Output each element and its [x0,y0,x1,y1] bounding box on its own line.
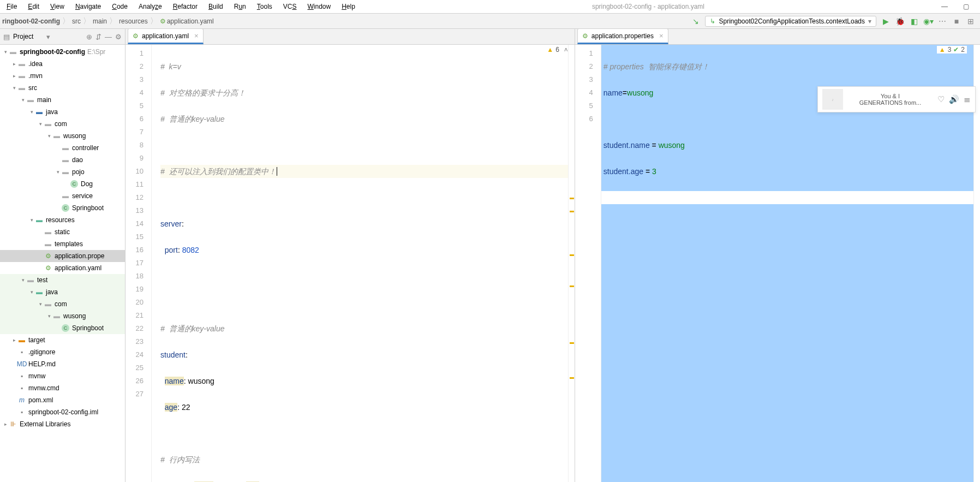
run-config-dropdown[interactable]: ↳ Springboot02ConfigApplicationTests.con… [705,16,876,27]
select-opened-icon[interactable]: ⊕ [86,33,92,41]
tree-iml[interactable]: springboot-02-config.iml [28,408,98,416]
breadcrumb-item[interactable]: src [72,17,81,25]
editor-left[interactable]: 1234567891011121314151617181920212223242… [126,45,575,482]
tab-label: application.yaml [142,32,189,40]
editor-tabs-right: ⚙ application.properties × [575,29,980,45]
music-artist: GENERATIONS from... [847,99,933,106]
breadcrumb-item[interactable]: main [93,17,107,25]
chevron-down-icon: ▾ [868,17,871,25]
minimize-icon[interactable]: — [937,2,952,11]
attach-icon[interactable]: ⋯ [937,16,947,26]
coverage-icon[interactable]: ◧ [909,16,919,26]
tree-wusong[interactable]: wusong [63,132,86,140]
run-icon[interactable]: ▶ [881,16,891,26]
tree-ext-libs[interactable]: External Libraries [20,420,70,428]
tree-test-java[interactable]: java [46,288,58,296]
tab-application-yaml[interactable]: ⚙ application.yaml × [128,28,204,44]
tree-dao[interactable]: dao [72,156,83,164]
tree-service[interactable]: service [72,192,93,200]
stop-icon[interactable]: ■ [952,16,961,26]
code-area[interactable]: # k=v # 对空格的要求十分高！ # 普通的key-value # 还可以注… [152,45,568,482]
menu-bar: File Edit View Navigate Code Analyze Ref… [0,0,980,13]
run-config-label: Springboot02ConfigApplicationTests.conte… [719,17,865,25]
tree-controller[interactable]: controller [72,144,99,152]
tree-idea[interactable]: .idea [28,60,43,68]
expand-all-icon[interactable]: ⇵ [95,33,101,41]
breadcrumb-item[interactable]: resources [119,17,148,25]
tree-templates[interactable]: templates [55,240,83,248]
marker-strip[interactable] [568,45,575,482]
tab-application-properties[interactable]: ⚙ application.properties × [577,28,668,44]
tree-app-yaml[interactable]: application.yaml [55,264,101,272]
tree-mvnw-cmd[interactable]: mvnw.cmd [28,384,59,392]
breadcrumb-item[interactable]: application.yaml [167,17,214,25]
tree-resources[interactable]: resources [46,216,75,224]
tree-springboot-cls[interactable]: Springboot [72,204,104,212]
menu-vcs[interactable]: VCS [279,2,301,11]
more-icon[interactable]: ⊞ [966,16,976,26]
tree-java[interactable]: java [46,108,58,116]
tree-main[interactable]: main [37,96,51,104]
menu-analyze[interactable]: Analyze [134,2,166,11]
tree-app-props[interactable]: application.prope [55,252,104,260]
properties-file-icon: ⚙ [582,32,588,40]
gear-icon[interactable]: ⚙ [115,33,122,41]
inspection-badge[interactable]: ▲6 [545,46,561,53]
menu-tools[interactable]: Tools [253,2,277,11]
tree-com[interactable]: com [55,120,67,128]
heart-icon[interactable]: ♡ [937,94,945,104]
maximize-icon[interactable]: ▢ [959,2,973,11]
music-notification[interactable]: ♪ You & I GENERATIONS from... ♡ 🔊 ≣ [817,86,976,112]
tree-static[interactable]: static [55,228,70,236]
tree-test-com[interactable]: com [55,300,67,308]
tree-target[interactable]: target [28,336,45,344]
menu-refactor[interactable]: Refactor [169,2,202,11]
chevron-down-icon[interactable]: ▾ [46,33,50,41]
debug-icon[interactable]: 🐞 [895,16,905,26]
menu-view[interactable]: View [46,2,69,11]
breadcrumb: ringboot-02-config〉 src〉 main〉 resources… [0,16,691,26]
inspection-badge[interactable]: ▲3 ✔2 [937,46,967,53]
close-icon[interactable]: × [659,32,664,40]
list-icon[interactable]: ≣ [964,94,971,104]
tree-mvnw[interactable]: mvnw [28,372,45,380]
editor-tabs-left: ⚙ application.yaml × [126,29,575,45]
tree-root[interactable]: springboot-02-config [20,48,85,56]
profile-icon[interactable]: ◉▾ [923,16,933,26]
tree-test-wusong[interactable]: wusong [63,312,86,320]
tree-mvn[interactable]: .mvn [28,72,43,80]
gutter: 1234567891011121314151617181920212223242… [126,45,152,482]
tree-help-md[interactable]: HELP.md [28,360,56,368]
menu-edit[interactable]: Edit [23,2,44,11]
menu-help[interactable]: Help [337,2,360,11]
tree-test[interactable]: test [37,276,47,284]
music-title: You & I [847,93,933,99]
tree-pom-xml[interactable]: pom.xml [28,396,53,404]
collapse-icon[interactable]: — [105,33,112,41]
project-tool-window: ▤ Project ▾ ⊕ ⇵ — ⚙ ▾▬springboot-02-conf… [0,29,126,482]
window-title: springboot-02-config - application.yaml [362,2,935,11]
tree-dog[interactable]: Dog [81,180,93,188]
menu-navigate[interactable]: Navigate [71,2,105,11]
volume-icon[interactable]: 🔊 [949,94,959,104]
tree-test-springboot[interactable]: Springboot [72,324,104,332]
tree-pojo[interactable]: pojo [72,168,85,176]
project-tree[interactable]: ▾▬springboot-02-configE:\Spr ▸▬.idea ▸▬.… [0,45,125,482]
tab-label: application.properties [591,32,654,40]
run-config-icon: ↳ [710,17,715,25]
menu-build[interactable]: Build [204,2,228,11]
tree-src[interactable]: src [28,84,37,92]
build-hammer-icon[interactable]: ↘ [691,16,701,26]
project-view-icon[interactable]: ▤ [3,33,10,41]
tree-gitignore[interactable]: .gitignore [28,348,55,356]
navigation-bar: ringboot-02-config〉 src〉 main〉 resources… [0,13,980,29]
menu-run[interactable]: Run [230,2,250,11]
gutter: 123456 [575,45,601,482]
menu-file[interactable]: File [2,2,21,11]
menu-code[interactable]: Code [107,2,132,11]
yaml-file-icon: ⚙ [133,32,139,40]
menu-window[interactable]: Window [303,2,335,11]
project-pane-title[interactable]: Project [13,33,43,40]
breadcrumb-item[interactable]: ringboot-02-config [2,17,60,25]
close-icon[interactable]: × [194,32,199,40]
